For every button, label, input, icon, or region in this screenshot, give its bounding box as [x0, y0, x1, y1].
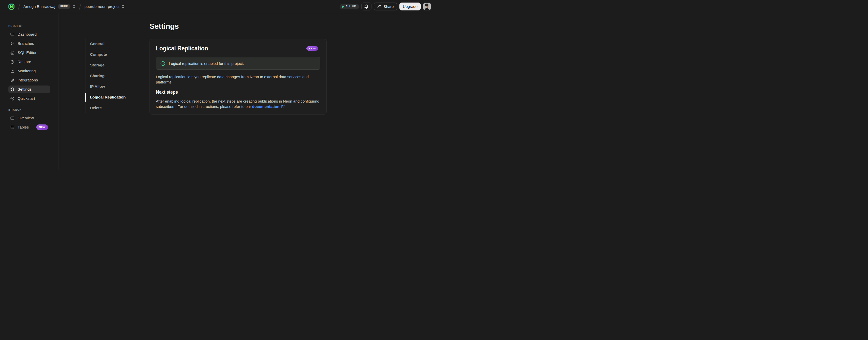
tables-icon — [10, 125, 14, 130]
success-alert: Logical replication is enabled for this … — [156, 57, 320, 70]
settings-nav-compute[interactable]: Compute — [86, 49, 141, 60]
sql-editor-icon — [10, 51, 14, 55]
check-circle-icon — [160, 61, 165, 66]
sidebar-section-branch: BRANCH — [8, 108, 58, 111]
status-label: ALL OK — [345, 5, 356, 8]
next-steps-text: After enabling logical replication, the … — [156, 99, 320, 109]
project-selector[interactable]: peerdb-neon-project — [85, 4, 125, 9]
gear-icon — [10, 87, 14, 92]
documentation-link[interactable]: documentation — [252, 104, 280, 109]
top-header: Amogh Bharadwaj FREE peerdb-neon-project… — [0, 0, 434, 13]
settings-nav-delete[interactable]: Delete — [86, 103, 141, 113]
sidebar-item-tables[interactable]: Tables NEW — [8, 123, 50, 131]
neon-logo-icon[interactable] — [8, 4, 14, 10]
check-circle-icon — [10, 96, 14, 101]
alert-text: Logical replication is enabled for this … — [169, 61, 244, 66]
branches-icon — [10, 41, 14, 46]
settings-subnav: General Compute Storage Sharing IP Allow… — [85, 38, 141, 113]
integrations-icon — [10, 78, 14, 82]
monitoring-icon — [10, 69, 14, 73]
page-title: Settings — [150, 22, 179, 31]
header-actions: ALL OK Share Upgrade — [340, 3, 431, 10]
chevron-updown-icon — [72, 4, 75, 9]
share-button[interactable]: Share — [374, 3, 397, 10]
org-selector[interactable]: Amogh Bharadwaj FREE — [23, 4, 75, 9]
user-avatar[interactable] — [423, 3, 431, 10]
users-icon — [377, 5, 381, 9]
upgrade-button[interactable]: Upgrade — [399, 3, 421, 10]
next-steps-heading: Next steps — [156, 90, 320, 95]
overview-icon — [10, 116, 14, 120]
notifications-button[interactable] — [361, 3, 371, 10]
sidebar: PROJECT Dashboard Branches SQL Editor — [0, 13, 59, 170]
chevron-updown-icon — [121, 4, 125, 9]
card-description: Logical replication lets you replicate d… — [156, 74, 320, 85]
project-name: peerdb-neon-project — [85, 4, 120, 9]
sidebar-item-sql-editor[interactable]: SQL Editor — [8, 49, 50, 56]
sidebar-item-restore[interactable]: Restore — [8, 58, 50, 66]
status-ok-dot-icon — [342, 6, 344, 8]
breadcrumb-slash — [18, 3, 20, 10]
settings-nav-sharing[interactable]: Sharing — [86, 70, 141, 81]
org-name: Amogh Bharadwaj — [23, 4, 55, 9]
settings-nav-ip-allow[interactable]: IP Allow — [86, 81, 141, 92]
system-status-pill[interactable]: ALL OK — [340, 4, 359, 9]
sidebar-item-branches[interactable]: Branches — [8, 40, 50, 47]
new-badge: NEW — [36, 124, 48, 130]
restore-icon — [10, 60, 14, 64]
dashboard-icon — [10, 32, 14, 37]
sidebar-item-monitoring[interactable]: Monitoring — [8, 67, 50, 75]
settings-nav-general[interactable]: General — [86, 38, 141, 49]
sidebar-item-overview[interactable]: Overview — [8, 114, 50, 122]
card-title: Logical Replication — [156, 45, 208, 52]
sidebar-item-quickstart[interactable]: Quickstart — [8, 95, 50, 102]
share-label: Share — [383, 4, 394, 9]
external-link-icon[interactable] — [281, 105, 285, 108]
sidebar-item-integrations[interactable]: Integrations — [8, 76, 50, 84]
settings-nav-logical-replication[interactable]: Logical Replication — [86, 92, 141, 103]
sidebar-section-project: PROJECT — [8, 25, 58, 27]
breadcrumb-slash — [79, 3, 81, 10]
free-plan-badge: FREE — [58, 4, 70, 9]
logical-replication-card: Logical Replication BETA Logical replica… — [150, 39, 327, 115]
sidebar-item-settings[interactable]: Settings — [8, 86, 50, 93]
beta-badge: BETA — [306, 46, 318, 51]
bell-icon — [364, 4, 369, 9]
sidebar-item-dashboard[interactable]: Dashboard — [8, 31, 50, 38]
settings-nav-storage[interactable]: Storage — [86, 60, 141, 70]
